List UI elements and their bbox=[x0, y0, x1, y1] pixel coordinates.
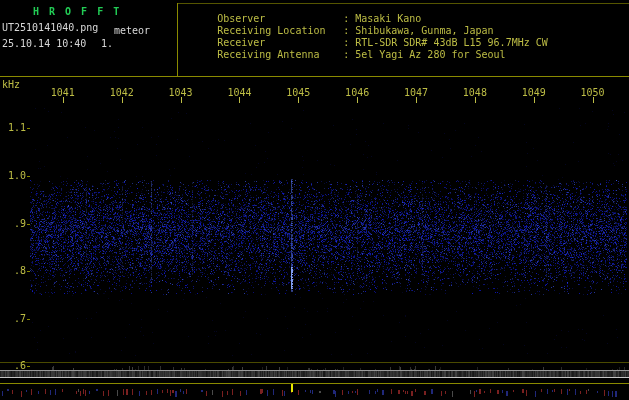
observation-datetime: 25.10.14 10:40 bbox=[2, 39, 86, 49]
x-tick-label: 1048 bbox=[463, 88, 487, 98]
info-label: Receiving Antenna bbox=[217, 50, 343, 60]
info-row-observer: Observer:Masaki Kano bbox=[181, 4, 548, 16]
y-tick-label: 1.0 bbox=[1, 171, 26, 181]
header-info-table: Observer:Masaki Kano Receiving Location:… bbox=[181, 4, 548, 52]
y-tick-label: .7 bbox=[1, 314, 26, 324]
image-counter: 1. bbox=[101, 39, 113, 49]
info-colon: : bbox=[343, 50, 355, 60]
x-tick-label: 1046 bbox=[345, 88, 369, 98]
x-tick-label: 1045 bbox=[286, 88, 310, 98]
info-label: Receiver bbox=[217, 38, 343, 48]
spectrogram-canvas bbox=[0, 0, 629, 400]
y-tick-label: .9 bbox=[1, 219, 26, 229]
info-label: Receiving Location bbox=[217, 26, 343, 36]
x-tick-label: 1049 bbox=[522, 88, 546, 98]
y-tick-label: 1.1 bbox=[1, 123, 26, 133]
app-title: H R O F F T bbox=[33, 7, 121, 17]
info-value: Shibukawa, Gunma, Japan bbox=[355, 25, 493, 36]
info-value: 5el Yagi Az 280 for Seoul bbox=[355, 49, 506, 60]
x-tick-label: 1050 bbox=[581, 88, 605, 98]
x-tick-label: 1047 bbox=[404, 88, 428, 98]
x-tick-label: 1041 bbox=[51, 88, 75, 98]
output-filename: UT2510141040.png bbox=[2, 23, 98, 33]
y-tick-label: .8 bbox=[1, 266, 26, 276]
y-tick-label: .6 bbox=[1, 361, 26, 371]
hrofft-output-screen: H R O F F T UT2510141040.png meteor 25.1… bbox=[0, 0, 629, 400]
x-tick-label: 1043 bbox=[169, 88, 193, 98]
x-tick-label: 1042 bbox=[110, 88, 134, 98]
info-colon: : bbox=[343, 38, 355, 48]
info-label: Observer bbox=[217, 14, 343, 24]
info-value: RTL-SDR SDR# 43dB L15 96.7MHz CW bbox=[355, 37, 548, 48]
info-colon: : bbox=[343, 14, 355, 24]
info-value: Masaki Kano bbox=[355, 13, 421, 24]
x-tick-label: 1044 bbox=[227, 88, 251, 98]
station-name: meteor bbox=[114, 26, 150, 36]
info-colon: : bbox=[343, 26, 355, 36]
y-axis-unit-label: kHz bbox=[2, 80, 20, 90]
